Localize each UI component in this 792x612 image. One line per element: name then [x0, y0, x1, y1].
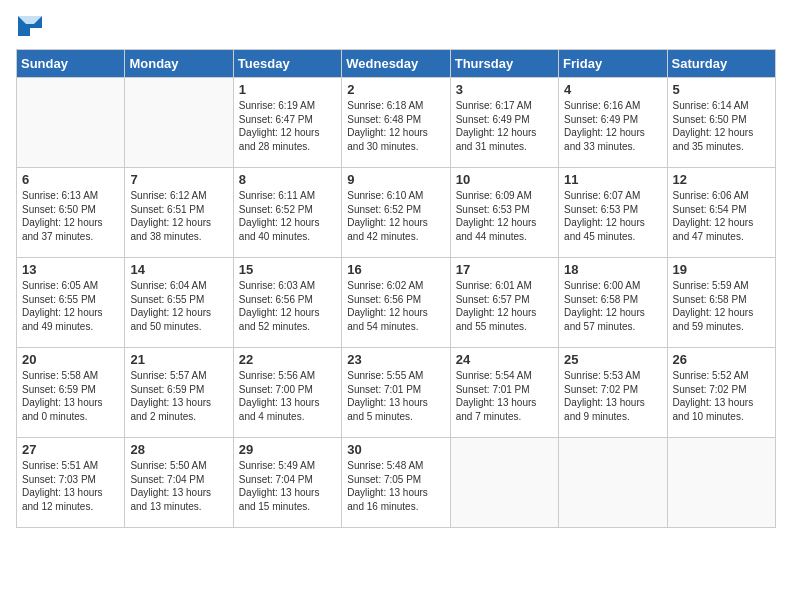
day-number: 1	[239, 82, 336, 97]
calendar-week-3: 13Sunrise: 6:05 AM Sunset: 6:55 PM Dayli…	[17, 258, 776, 348]
day-number: 5	[673, 82, 770, 97]
day-info: Sunrise: 5:59 AM Sunset: 6:58 PM Dayligh…	[673, 279, 770, 333]
calendar-header-row: SundayMondayTuesdayWednesdayThursdayFrid…	[17, 50, 776, 78]
day-number: 20	[22, 352, 119, 367]
calendar-cell: 7Sunrise: 6:12 AM Sunset: 6:51 PM Daylig…	[125, 168, 233, 258]
day-info: Sunrise: 6:10 AM Sunset: 6:52 PM Dayligh…	[347, 189, 444, 243]
calendar-cell: 5Sunrise: 6:14 AM Sunset: 6:50 PM Daylig…	[667, 78, 775, 168]
calendar-cell: 15Sunrise: 6:03 AM Sunset: 6:56 PM Dayli…	[233, 258, 341, 348]
day-number: 6	[22, 172, 119, 187]
day-number: 15	[239, 262, 336, 277]
calendar-week-1: 1Sunrise: 6:19 AM Sunset: 6:47 PM Daylig…	[17, 78, 776, 168]
day-info: Sunrise: 5:55 AM Sunset: 7:01 PM Dayligh…	[347, 369, 444, 423]
day-number: 3	[456, 82, 553, 97]
calendar-cell	[125, 78, 233, 168]
col-header-monday: Monday	[125, 50, 233, 78]
day-info: Sunrise: 6:03 AM Sunset: 6:56 PM Dayligh…	[239, 279, 336, 333]
day-info: Sunrise: 5:57 AM Sunset: 6:59 PM Dayligh…	[130, 369, 227, 423]
calendar-week-2: 6Sunrise: 6:13 AM Sunset: 6:50 PM Daylig…	[17, 168, 776, 258]
calendar-cell: 25Sunrise: 5:53 AM Sunset: 7:02 PM Dayli…	[559, 348, 667, 438]
col-header-tuesday: Tuesday	[233, 50, 341, 78]
calendar-cell: 14Sunrise: 6:04 AM Sunset: 6:55 PM Dayli…	[125, 258, 233, 348]
day-info: Sunrise: 5:49 AM Sunset: 7:04 PM Dayligh…	[239, 459, 336, 513]
calendar-cell: 11Sunrise: 6:07 AM Sunset: 6:53 PM Dayli…	[559, 168, 667, 258]
day-number: 26	[673, 352, 770, 367]
day-number: 7	[130, 172, 227, 187]
calendar-cell: 1Sunrise: 6:19 AM Sunset: 6:47 PM Daylig…	[233, 78, 341, 168]
calendar-cell: 13Sunrise: 6:05 AM Sunset: 6:55 PM Dayli…	[17, 258, 125, 348]
day-info: Sunrise: 5:52 AM Sunset: 7:02 PM Dayligh…	[673, 369, 770, 423]
page-header	[16, 16, 776, 39]
day-info: Sunrise: 6:14 AM Sunset: 6:50 PM Dayligh…	[673, 99, 770, 153]
calendar-week-5: 27Sunrise: 5:51 AM Sunset: 7:03 PM Dayli…	[17, 438, 776, 528]
day-info: Sunrise: 5:51 AM Sunset: 7:03 PM Dayligh…	[22, 459, 119, 513]
calendar-cell	[559, 438, 667, 528]
calendar-table: SundayMondayTuesdayWednesdayThursdayFrid…	[16, 49, 776, 528]
calendar-cell: 16Sunrise: 6:02 AM Sunset: 6:56 PM Dayli…	[342, 258, 450, 348]
day-info: Sunrise: 6:19 AM Sunset: 6:47 PM Dayligh…	[239, 99, 336, 153]
day-info: Sunrise: 5:58 AM Sunset: 6:59 PM Dayligh…	[22, 369, 119, 423]
calendar-cell: 18Sunrise: 6:00 AM Sunset: 6:58 PM Dayli…	[559, 258, 667, 348]
day-info: Sunrise: 6:05 AM Sunset: 6:55 PM Dayligh…	[22, 279, 119, 333]
logo-flag-icon	[18, 16, 42, 36]
calendar-cell: 28Sunrise: 5:50 AM Sunset: 7:04 PM Dayli…	[125, 438, 233, 528]
day-info: Sunrise: 6:13 AM Sunset: 6:50 PM Dayligh…	[22, 189, 119, 243]
col-header-wednesday: Wednesday	[342, 50, 450, 78]
day-info: Sunrise: 6:02 AM Sunset: 6:56 PM Dayligh…	[347, 279, 444, 333]
calendar-cell: 19Sunrise: 5:59 AM Sunset: 6:58 PM Dayli…	[667, 258, 775, 348]
day-number: 28	[130, 442, 227, 457]
calendar-cell: 22Sunrise: 5:56 AM Sunset: 7:00 PM Dayli…	[233, 348, 341, 438]
calendar-body: 1Sunrise: 6:19 AM Sunset: 6:47 PM Daylig…	[17, 78, 776, 528]
calendar-cell: 21Sunrise: 5:57 AM Sunset: 6:59 PM Dayli…	[125, 348, 233, 438]
day-info: Sunrise: 6:04 AM Sunset: 6:55 PM Dayligh…	[130, 279, 227, 333]
day-number: 22	[239, 352, 336, 367]
calendar-cell: 2Sunrise: 6:18 AM Sunset: 6:48 PM Daylig…	[342, 78, 450, 168]
day-number: 14	[130, 262, 227, 277]
calendar-cell	[667, 438, 775, 528]
day-info: Sunrise: 5:48 AM Sunset: 7:05 PM Dayligh…	[347, 459, 444, 513]
day-info: Sunrise: 5:54 AM Sunset: 7:01 PM Dayligh…	[456, 369, 553, 423]
calendar-cell: 23Sunrise: 5:55 AM Sunset: 7:01 PM Dayli…	[342, 348, 450, 438]
calendar-cell: 20Sunrise: 5:58 AM Sunset: 6:59 PM Dayli…	[17, 348, 125, 438]
calendar-cell	[450, 438, 558, 528]
day-info: Sunrise: 5:56 AM Sunset: 7:00 PM Dayligh…	[239, 369, 336, 423]
day-info: Sunrise: 6:09 AM Sunset: 6:53 PM Dayligh…	[456, 189, 553, 243]
day-number: 10	[456, 172, 553, 187]
calendar-cell: 12Sunrise: 6:06 AM Sunset: 6:54 PM Dayli…	[667, 168, 775, 258]
day-info: Sunrise: 5:53 AM Sunset: 7:02 PM Dayligh…	[564, 369, 661, 423]
day-number: 17	[456, 262, 553, 277]
col-header-sunday: Sunday	[17, 50, 125, 78]
calendar-cell: 8Sunrise: 6:11 AM Sunset: 6:52 PM Daylig…	[233, 168, 341, 258]
day-number: 12	[673, 172, 770, 187]
day-number: 16	[347, 262, 444, 277]
day-info: Sunrise: 6:00 AM Sunset: 6:58 PM Dayligh…	[564, 279, 661, 333]
day-info: Sunrise: 6:17 AM Sunset: 6:49 PM Dayligh…	[456, 99, 553, 153]
day-number: 18	[564, 262, 661, 277]
calendar-week-4: 20Sunrise: 5:58 AM Sunset: 6:59 PM Dayli…	[17, 348, 776, 438]
day-info: Sunrise: 6:06 AM Sunset: 6:54 PM Dayligh…	[673, 189, 770, 243]
col-header-friday: Friday	[559, 50, 667, 78]
day-number: 24	[456, 352, 553, 367]
calendar-cell: 6Sunrise: 6:13 AM Sunset: 6:50 PM Daylig…	[17, 168, 125, 258]
day-info: Sunrise: 6:01 AM Sunset: 6:57 PM Dayligh…	[456, 279, 553, 333]
day-number: 11	[564, 172, 661, 187]
day-number: 2	[347, 82, 444, 97]
calendar-cell: 30Sunrise: 5:48 AM Sunset: 7:05 PM Dayli…	[342, 438, 450, 528]
day-number: 23	[347, 352, 444, 367]
calendar-header: SundayMondayTuesdayWednesdayThursdayFrid…	[17, 50, 776, 78]
calendar-cell: 3Sunrise: 6:17 AM Sunset: 6:49 PM Daylig…	[450, 78, 558, 168]
day-info: Sunrise: 6:18 AM Sunset: 6:48 PM Dayligh…	[347, 99, 444, 153]
day-number: 27	[22, 442, 119, 457]
calendar-cell: 29Sunrise: 5:49 AM Sunset: 7:04 PM Dayli…	[233, 438, 341, 528]
logo	[16, 16, 42, 39]
day-number: 30	[347, 442, 444, 457]
day-info: Sunrise: 6:12 AM Sunset: 6:51 PM Dayligh…	[130, 189, 227, 243]
day-info: Sunrise: 6:11 AM Sunset: 6:52 PM Dayligh…	[239, 189, 336, 243]
calendar-cell: 4Sunrise: 6:16 AM Sunset: 6:49 PM Daylig…	[559, 78, 667, 168]
col-header-thursday: Thursday	[450, 50, 558, 78]
calendar-cell: 24Sunrise: 5:54 AM Sunset: 7:01 PM Dayli…	[450, 348, 558, 438]
day-info: Sunrise: 6:16 AM Sunset: 6:49 PM Dayligh…	[564, 99, 661, 153]
calendar-cell: 26Sunrise: 5:52 AM Sunset: 7:02 PM Dayli…	[667, 348, 775, 438]
day-number: 25	[564, 352, 661, 367]
day-number: 29	[239, 442, 336, 457]
